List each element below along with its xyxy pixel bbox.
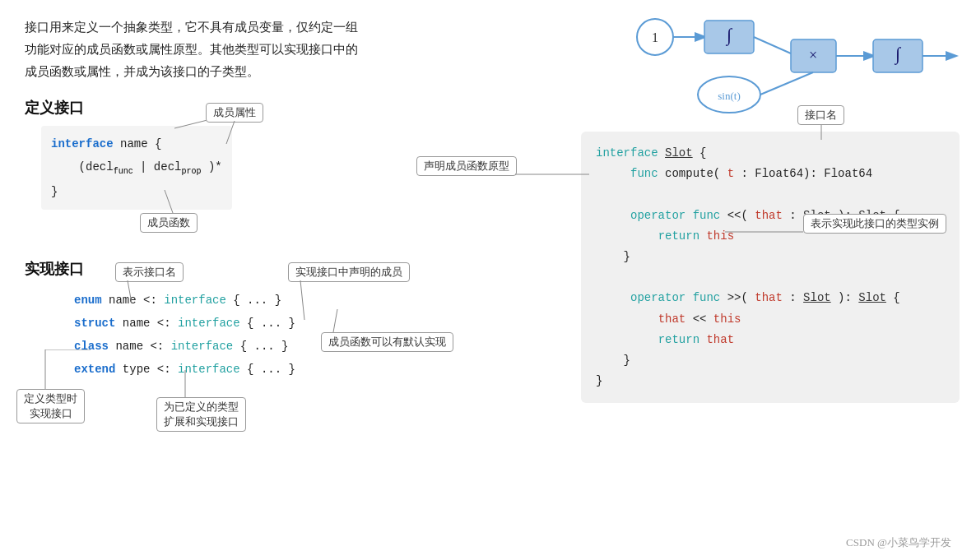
tooltip-interface-name-impl: 表示接口名 [115, 262, 184, 282]
tooltip-declare-func: 声明成员函数原型 [416, 156, 517, 176]
impl-line-extend: extend type <: interface { ... } [74, 358, 502, 381]
impl-line-struct: struct name <: interface { ... } [74, 312, 502, 335]
svg-text:1: 1 [652, 30, 658, 44]
watermark: CSDN @小菜鸟学开发 [846, 535, 951, 550]
declare-func-label: 声明成员函数原型 [416, 156, 517, 176]
code-line-12: } [596, 371, 945, 391]
member-func-label: 成员函数 [140, 213, 198, 233]
svg-line-1 [226, 121, 235, 144]
tooltip-member-func: 成员函数 [140, 213, 198, 233]
svg-line-4 [300, 280, 304, 320]
code-line-8: operator func >>( that : Slot ): Slot { [596, 288, 945, 308]
arrow-member-prop [222, 121, 247, 146]
tooltip-interface-name-right: 接口名 [797, 105, 844, 141]
description: 接口用来定义一个抽象类型，它不具有成员变量，仅约定一组 功能对应的成员函数或属性… [25, 16, 486, 83]
code-line-3 [596, 184, 945, 205]
tooltip-member-prop: 成员属性 [206, 103, 263, 123]
code-line-10: return that [596, 330, 945, 350]
svg-line-5 [333, 309, 337, 332]
implement-section: 实现接口 表示接口名 实现接口中声明的成员 [25, 259, 502, 382]
code-line-1: interface Slot { [596, 143, 945, 164]
arrow-member-func [160, 190, 202, 215]
code-line-6: } [596, 247, 945, 267]
interface-name-right-label: 接口名 [797, 105, 844, 125]
svg-text:sin(t): sin(t) [718, 90, 740, 102]
block-diagram-svg: 1 ∫ × sin(t) ∫ [614, 8, 960, 127]
tooltip-extend-type: 为已定义的类型 扩展和实现接口 [156, 397, 246, 432]
implement-section-title: 实现接口 [25, 259, 502, 279]
svg-line-2 [165, 190, 173, 213]
member-prop-label: 成员属性 [206, 103, 263, 123]
define-section: 定义接口 interface name { (declfunc | declpr… [25, 98, 502, 210]
define-code-block: interface name { (declfunc | declprop )*… [41, 126, 232, 210]
this-instance-label: 表示实现此接口的类型实例 [803, 214, 946, 234]
desc-line2: 功能对应的成员函数或属性原型。其他类型可以实现接口中的 [25, 43, 358, 56]
tooltip-define-type: 定义类型时 实现接口 [16, 389, 85, 423]
left-section: 接口用来定义一个抽象类型，它不具有成员变量，仅约定一组 功能对应的成员函数或属性… [25, 16, 502, 382]
define-type-label: 定义类型时 实现接口 [16, 389, 85, 423]
tooltip-this-instance: 表示实现此接口的类型实例 [803, 214, 968, 234]
default-impl-label: 成员函数可以有默认实现 [321, 332, 453, 352]
tooltip-default-impl: 成员函数可以有默认实现 [321, 332, 453, 352]
svg-text:×: × [809, 47, 817, 63]
interface-name-label: 表示接口名 [115, 262, 184, 282]
implement-member-label: 实现接口中声明的成员 [288, 262, 410, 282]
desc-line1: 接口用来定义一个抽象类型，它不具有成员变量，仅约定一组 [25, 21, 358, 34]
right-panel: 接口名 声明成员函数原型 表示实现此接口的类型实例 interface Slot… [581, 132, 960, 403]
code-line-11: } [596, 350, 945, 371]
svg-line-14 [754, 37, 791, 53]
extend-type-label: 为已定义的类型 扩展和实现接口 [156, 397, 246, 432]
main-container: 接口用来定义一个抽象类型，它不具有成员变量，仅约定一组 功能对应的成员函数或属性… [0, 0, 976, 560]
keyword-interface: interface [51, 137, 114, 150]
code-line-7 [596, 267, 945, 288]
tooltip-implement-member: 实现接口中声明的成员 [288, 262, 410, 282]
top-diagram: 1 ∫ × sin(t) ∫ [614, 8, 960, 127]
svg-line-19 [760, 72, 813, 95]
desc-line3: 成员函数或属性，并成为该接口的子类型。 [25, 65, 259, 78]
code-line-9: that << this [596, 309, 945, 330]
svg-line-3 [128, 280, 132, 303]
